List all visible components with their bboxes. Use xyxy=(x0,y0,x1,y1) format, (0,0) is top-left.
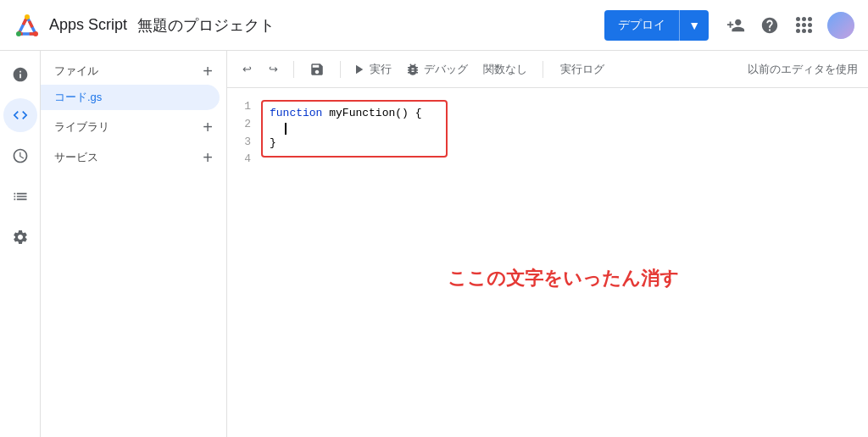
services-label: サービス xyxy=(54,150,98,165)
editor-area: ↩ ↪ 実行 デバッグ 関数なし xyxy=(227,51,868,437)
text-cursor xyxy=(285,123,287,135)
add-library-button[interactable]: + xyxy=(203,119,213,136)
annotation-text: ここの文字をいったん消す xyxy=(448,266,679,291)
add-user-icon[interactable] xyxy=(726,15,746,36)
add-file-button[interactable]: + xyxy=(203,63,213,80)
clock-icon-btn[interactable] xyxy=(3,139,37,173)
function-selector[interactable]: 関数なし xyxy=(478,58,532,80)
editor-toolbar: ↩ ↪ 実行 デバッグ 関数なし xyxy=(227,51,868,88)
help-icon[interactable] xyxy=(760,15,780,36)
code-gs-file[interactable]: コード.gs xyxy=(41,85,220,110)
prev-editor-link[interactable]: 以前のエディタを使用 xyxy=(748,62,858,77)
settings-icon-btn[interactable] xyxy=(3,220,37,254)
code-line-2 xyxy=(270,123,439,135)
svg-point-5 xyxy=(33,31,38,36)
toolbar-sep-2 xyxy=(340,61,341,78)
code-icon-btn[interactable] xyxy=(3,98,37,132)
log-button[interactable]: 実行ログ xyxy=(560,62,604,77)
logo-area: Apps Script xyxy=(14,12,127,39)
app-header: Apps Script 無題のプロジェクト デプロイ ▼ xyxy=(0,0,868,51)
avatar[interactable] xyxy=(827,12,854,39)
avatar-image xyxy=(827,12,854,39)
run-button[interactable]: 実行 xyxy=(351,62,392,77)
toolbar-sep-1 xyxy=(293,61,294,78)
code-content: function myFunction() { } xyxy=(261,98,448,169)
save-button[interactable] xyxy=(304,58,330,80)
apps-grid-icon[interactable] xyxy=(793,15,814,36)
apps-script-logo xyxy=(14,12,41,39)
info-icon-btn[interactable] xyxy=(3,58,37,91)
keyword-function: function xyxy=(270,105,322,123)
add-service-button[interactable]: + xyxy=(203,149,213,166)
deploy-arrow-icon[interactable]: ▼ xyxy=(680,12,709,39)
code-highlighted-box: function myFunction() { } xyxy=(261,100,448,158)
svg-point-4 xyxy=(16,31,21,36)
project-title[interactable]: 無題のプロジェクト xyxy=(137,15,275,36)
files-label: ファイル xyxy=(54,64,98,79)
svg-point-3 xyxy=(25,14,30,19)
code-text-3: } xyxy=(270,135,276,152)
code-text-1: myFunction() { xyxy=(322,105,421,123)
file-name: コード.gs xyxy=(54,90,102,105)
code-lines: 1 2 3 4 function myFunction() { xyxy=(227,98,868,169)
toolbar-sep-3 xyxy=(542,61,543,78)
main-content: ファイル + コード.gs ライブラリ + サービス + ↩ ↪ xyxy=(0,51,868,437)
deploy-button[interactable]: デプロイ ▼ xyxy=(604,10,709,41)
libraries-section-header: ライブラリ + xyxy=(41,110,226,141)
code-line-3: } xyxy=(270,135,439,152)
line-numbers: 1 2 3 4 xyxy=(227,98,261,169)
debug-label: デバッグ xyxy=(424,62,468,77)
debug-button[interactable]: デバッグ xyxy=(405,62,468,77)
icon-bar xyxy=(0,51,41,437)
files-section-header: ファイル + xyxy=(41,58,226,85)
run-label: 実行 xyxy=(370,62,392,77)
header-icons xyxy=(726,12,854,39)
redo-button[interactable]: ↪ xyxy=(264,59,283,79)
code-editor[interactable]: 1 2 3 4 function myFunction() { xyxy=(227,88,868,437)
grid-dots xyxy=(796,17,812,33)
list-icon-btn[interactable] xyxy=(3,180,37,213)
sidebar: ファイル + コード.gs ライブラリ + サービス + xyxy=(41,51,227,437)
services-section-header: サービス + xyxy=(41,141,226,171)
app-name: Apps Script xyxy=(49,16,127,34)
code-line-1: function myFunction() { xyxy=(270,105,439,123)
libraries-label: ライブラリ xyxy=(54,119,109,135)
undo-button[interactable]: ↩ xyxy=(237,59,257,79)
